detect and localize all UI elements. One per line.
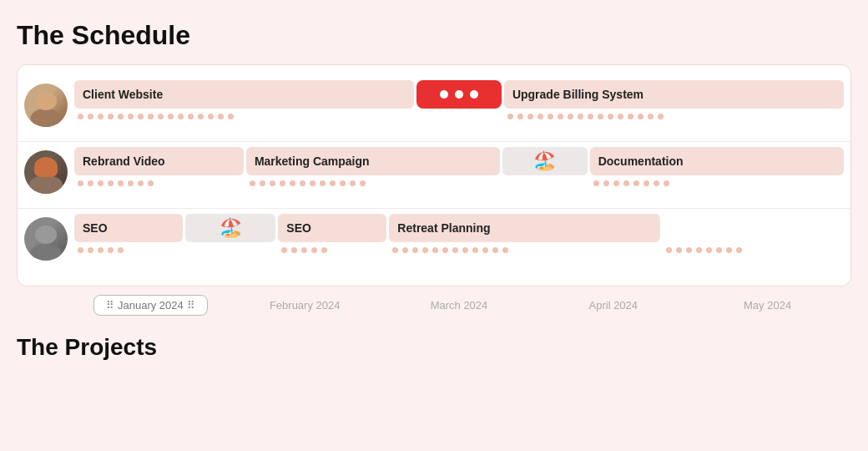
dot	[633, 180, 639, 186]
dot-row	[278, 246, 386, 261]
vacation-cell: 🏖️	[185, 214, 275, 242]
task-seo-2[interactable]: SEO	[278, 214, 386, 261]
dot	[208, 114, 214, 119]
task-bar[interactable]: Client Website	[74, 80, 414, 109]
section-title-projects: The Projects	[17, 334, 851, 361]
dot	[537, 114, 543, 119]
task-rebrand-video[interactable]: Rebrand Video	[74, 147, 244, 194]
dot	[648, 114, 654, 119]
dot	[281, 247, 287, 253]
dot	[300, 180, 305, 186]
dot	[228, 114, 234, 119]
task-seo-1[interactable]: SEO	[74, 214, 183, 261]
task-red-dots[interactable]	[416, 80, 502, 127]
dot	[618, 114, 623, 119]
dot	[502, 247, 508, 253]
dot	[507, 114, 513, 119]
dot-row	[185, 246, 275, 261]
dot	[736, 247, 742, 253]
dot-row	[663, 246, 844, 261]
dot	[88, 180, 93, 186]
dot	[291, 247, 297, 253]
dot	[108, 114, 114, 119]
dot	[442, 247, 448, 253]
dot-row	[74, 112, 414, 127]
schedule-container: Client Website	[17, 64, 851, 286]
task-client-website[interactable]: Client Website	[74, 80, 414, 127]
dot	[462, 247, 468, 253]
dot	[392, 247, 398, 253]
dot	[598, 114, 603, 119]
dot-row	[74, 179, 244, 194]
dot	[148, 114, 154, 119]
dot	[78, 114, 83, 119]
schedule-row-2: Rebrand Video	[18, 142, 850, 209]
dot-row	[590, 179, 844, 194]
dot	[330, 180, 336, 186]
task-upgrade-billing[interactable]: Upgrade Billing System	[504, 80, 844, 127]
dot	[412, 247, 418, 253]
dot	[568, 114, 573, 119]
month-highlight-january[interactable]: ⠿ January 2024 ⠿	[93, 295, 208, 316]
dot	[482, 247, 488, 253]
dot	[452, 247, 458, 253]
page-title: The Schedule	[17, 20, 851, 51]
dot-row	[416, 112, 502, 127]
dot	[664, 180, 669, 186]
red-dot-bar[interactable]	[416, 80, 502, 109]
dot	[148, 180, 154, 186]
dot	[88, 247, 93, 253]
dot	[638, 114, 643, 119]
dot	[696, 247, 702, 253]
task-retreat-planning[interactable]: Retreat Planning	[389, 214, 660, 261]
dot	[613, 180, 619, 186]
dot	[527, 114, 533, 119]
dot	[270, 180, 275, 186]
task-documentation[interactable]: Documentation	[590, 147, 844, 194]
dot	[588, 114, 593, 119]
timeline-bar: ⠿ January 2024 ⠿ February 2024 March 202…	[17, 286, 851, 319]
task-bar[interactable]: Rebrand Video	[74, 147, 244, 175]
empty-space	[663, 214, 844, 242]
task-bar[interactable]: SEO	[278, 214, 386, 242]
dot	[311, 247, 317, 253]
task-bar[interactable]: Upgrade Billing System	[504, 80, 844, 109]
dot	[168, 114, 174, 119]
dot	[320, 180, 326, 186]
dot	[593, 180, 599, 186]
dot	[98, 180, 103, 186]
red-dot-2	[455, 90, 463, 99]
task-bar[interactable]: Marketing Campaign	[246, 147, 500, 175]
dot	[628, 114, 633, 119]
avatar-person-2	[24, 150, 68, 194]
dot	[608, 114, 613, 119]
task-marketing-campaign[interactable]: Marketing Campaign	[246, 147, 500, 194]
task-vacation-row3: 🏖️	[185, 214, 275, 261]
beach-icon: 🏖️	[533, 150, 556, 172]
task-bar[interactable]: Retreat Planning	[389, 214, 660, 242]
dot	[108, 247, 114, 253]
month-label-mar: March 2024	[382, 299, 537, 312]
dot-row	[389, 246, 660, 261]
dot	[128, 180, 134, 186]
dot	[658, 114, 664, 119]
drag-handle-left: ⠿	[106, 299, 114, 312]
dot	[250, 180, 255, 186]
dot	[716, 247, 722, 253]
task-bar[interactable]: SEO	[74, 214, 183, 242]
dot	[310, 180, 315, 186]
month-label-jan: January 2024	[118, 299, 184, 312]
month-label-may: May 2024	[690, 299, 845, 312]
red-dot-3	[470, 90, 478, 99]
dot	[643, 180, 649, 186]
vacation-cell: 🏖️	[502, 147, 587, 175]
dot	[623, 180, 629, 186]
dot	[676, 247, 682, 253]
dot	[726, 247, 732, 253]
month-label-feb: February 2024	[228, 299, 382, 312]
dot	[78, 180, 83, 186]
dot	[108, 180, 114, 186]
dot	[290, 180, 295, 186]
task-bar[interactable]: Documentation	[590, 147, 844, 175]
task-vacation-row2: 🏖️	[502, 147, 587, 194]
